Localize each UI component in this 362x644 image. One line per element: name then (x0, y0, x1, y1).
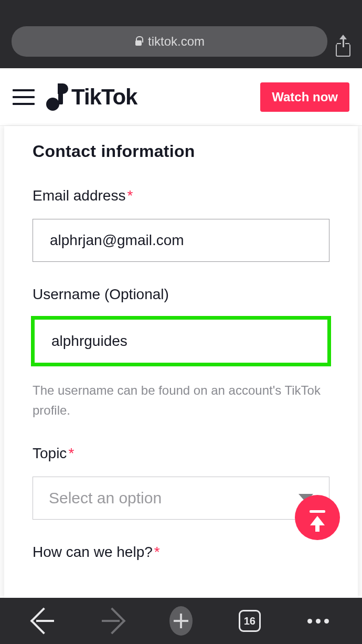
watch-now-button[interactable]: Watch now (260, 82, 349, 112)
required-asterisk: * (154, 544, 160, 560)
back-button[interactable] (32, 609, 55, 632)
forward-button[interactable] (101, 609, 124, 632)
topic-label: Topic* (33, 445, 329, 462)
tiktok-note-icon (44, 83, 68, 111)
brand-text: TikTok (71, 85, 137, 110)
url-bar[interactable]: tiktok.com (12, 26, 327, 57)
email-label: Email address* (33, 187, 329, 204)
username-input[interactable] (33, 318, 329, 365)
app-header: TikTok Watch now (0, 68, 362, 126)
email-field-group: Email address* (33, 187, 329, 262)
url-text: tiktok.com (148, 34, 205, 49)
topic-field-group: Topic* Select an option (33, 445, 329, 520)
tiktok-logo[interactable]: TikTok (44, 83, 137, 111)
more-menu-button[interactable] (307, 609, 330, 632)
hamburger-menu-icon[interactable] (13, 89, 35, 105)
help-label: How can we help?* (33, 544, 329, 561)
page-content: TikTok Watch now Contact information Ema… (0, 68, 362, 598)
browser-top-bar: tiktok.com (0, 0, 362, 68)
section-title: Contact information (33, 142, 329, 161)
contact-form: Contact information Email address* Usern… (4, 126, 358, 561)
help-field-group: How can we help?* (33, 544, 329, 561)
username-label: Username (Optional) (33, 286, 329, 303)
username-field-group: Username (Optional) The username can be … (33, 286, 329, 421)
topic-placeholder: Select an option (49, 489, 162, 507)
username-hint: The username can be found on an account'… (33, 381, 329, 421)
required-asterisk: * (127, 187, 133, 204)
required-asterisk: * (68, 445, 74, 461)
tabs-button[interactable]: 16 (238, 609, 261, 632)
topic-select[interactable]: Select an option (33, 477, 329, 520)
scroll-to-top-button[interactable] (295, 495, 340, 540)
email-input[interactable] (33, 219, 329, 262)
lock-icon (134, 36, 143, 47)
share-icon[interactable] (336, 39, 350, 57)
browser-bottom-bar: 16 (0, 598, 362, 644)
new-tab-button[interactable] (169, 609, 193, 632)
